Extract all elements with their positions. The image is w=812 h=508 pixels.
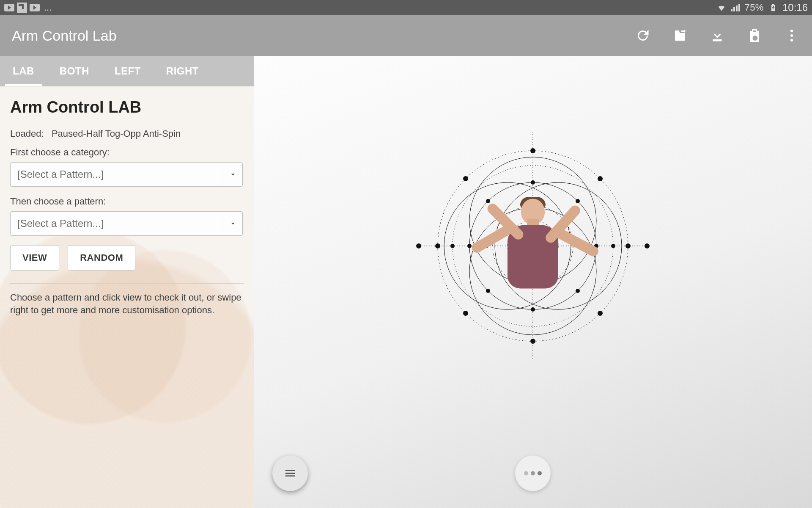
panel-heading: Arm Control LAB [10,98,244,116]
tabs: LAB BOTH LEFT RIGHT [0,56,254,86]
app-title: Arm Control Lab [12,28,117,44]
category-label: First choose a category: [10,147,244,158]
divider [10,283,244,284]
fab-play[interactable] [515,456,551,491]
pattern-select-placeholder: [Select a Pattern...] [17,218,104,229]
svg-point-13 [435,243,440,248]
loaded-line: Loaded: Paused-Half Tog-Opp Anti-Spin [10,128,244,139]
view-button[interactable]: VIEW [10,245,59,271]
loaded-label: Loaded: [10,128,44,139]
wifi-icon [716,3,727,13]
svg-point-30 [611,244,615,248]
svg-point-18 [463,311,468,316]
svg-point-17 [598,311,603,316]
youtube-notif-icon-2 [30,3,40,13]
human-figure [495,195,571,305]
fab-menu[interactable] [272,456,308,491]
svg-point-14 [625,243,631,248]
main: LAB BOTH LEFT RIGHT Arm Control LAB Load… [0,56,812,508]
signal-icon [731,4,740,11]
android-status-bar: ... 75% 10:16 [0,0,812,15]
svg-point-29 [450,244,455,248]
category-select-placeholder: [Select a Pattern...] [17,168,104,180]
tab-both[interactable]: BOTH [47,56,102,86]
loaded-value: Paused-Half Tog-Opp Anti-Spin [52,128,181,139]
svg-point-21 [467,244,472,248]
more-vert-icon[interactable] [783,27,800,44]
sidebar: LAB BOTH LEFT RIGHT Arm Control LAB Load… [0,56,254,508]
svg-point-19 [531,180,535,185]
open-folder-icon[interactable] [672,27,689,44]
help-text: Choose a pattern and click view to check… [10,291,244,316]
svg-point-15 [598,176,603,181]
button-row: VIEW RANDOM [10,245,244,271]
chevron-down-icon [223,163,242,186]
svg-point-24 [486,199,490,203]
status-left: ... [4,2,52,13]
tab-left[interactable]: LEFT [102,56,154,86]
app-bar: Arm Control Lab [0,15,812,56]
chevron-down-icon [223,212,242,235]
battery-charging-icon [768,3,778,13]
clipboard-info-icon[interactable] [746,27,763,44]
tab-lab[interactable]: LAB [0,56,47,86]
youtube-notif-icon [4,3,14,13]
play-dots-icon [524,471,542,475]
random-button[interactable]: RANDOM [68,245,135,271]
refresh-icon[interactable] [634,27,651,44]
canvas-area[interactable] [254,56,812,508]
flipboard-notif-icon [17,3,27,13]
app-actions [634,27,800,44]
svg-point-16 [463,176,468,181]
pattern-label: Then choose a pattern: [10,196,244,207]
battery-text: 75% [744,2,764,13]
svg-point-11 [530,148,535,153]
download-icon[interactable] [709,27,726,44]
clock: 10:16 [782,2,808,14]
category-select[interactable]: [Select a Pattern...] [10,162,243,187]
tab-right[interactable]: RIGHT [154,56,211,86]
svg-point-12 [530,339,535,344]
svg-point-25 [576,289,580,293]
svg-point-28 [645,243,650,248]
pattern-diagram [414,127,651,364]
svg-point-20 [531,307,535,312]
svg-point-26 [486,289,490,293]
status-right: 75% 10:16 [716,2,808,14]
notif-overflow: ... [44,2,52,13]
svg-point-23 [576,199,580,203]
panel: Arm Control LAB Loaded: Paused-Half Tog-… [0,86,254,328]
pattern-select[interactable]: [Select a Pattern...] [10,211,243,236]
svg-point-27 [416,243,421,248]
